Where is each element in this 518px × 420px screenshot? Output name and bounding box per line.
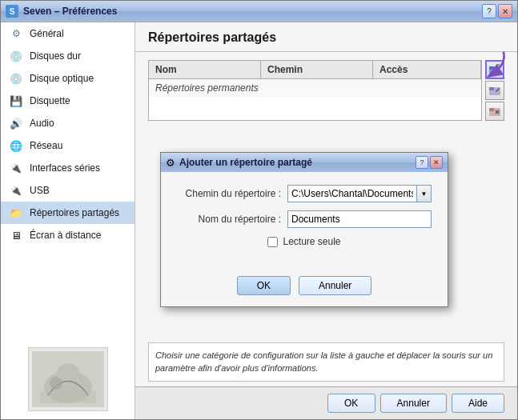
dialog-help-button[interactable]: ? — [416, 156, 428, 169]
dialog-gear-icon: ⚙ — [166, 157, 175, 169]
chemin-label: Chemin du répertoire : — [177, 188, 281, 199]
dialog-title-bar: ⚙ Ajouter un répertoire partagé ? ✕ — [161, 153, 448, 172]
dialog-footer: OK Annuler — [161, 268, 448, 306]
nom-row: Nom du répertoire : — [177, 210, 432, 228]
nom-label: Nom du répertoire : — [177, 214, 281, 225]
lecture-seule-checkbox[interactable] — [267, 237, 278, 247]
add-shared-dir-dialog: ⚙ Ajouter un répertoire partagé ? ✕ Chem… — [160, 152, 448, 307]
dialog-body: Chemin du répertoire : ▼ Nom du répertoi… — [161, 172, 448, 268]
dialog-title-text: Ajouter un répertoire partagé — [179, 157, 312, 168]
dialog-controls: ? ✕ — [416, 156, 443, 169]
chemin-row: Chemin du répertoire : ▼ — [177, 185, 432, 202]
chemin-dropdown-button[interactable]: ▼ — [417, 185, 432, 202]
dialog-overlay: ⚙ Ajouter un répertoire partagé ? ✕ Chem… — [0, 0, 518, 420]
dialog-title-left: ⚙ Ajouter un répertoire partagé — [166, 157, 312, 169]
lecture-seule-label: Lecture seule — [283, 236, 340, 247]
dialog-annuler-button[interactable]: Annuler — [299, 276, 371, 295]
chemin-input[interactable] — [287, 185, 417, 202]
nom-input[interactable] — [287, 210, 432, 228]
chemin-input-wrap: ▼ — [287, 185, 432, 202]
dialog-close-button[interactable]: ✕ — [430, 156, 443, 169]
dialog-ok-button[interactable]: OK — [237, 276, 291, 295]
lecture-seule-row: Lecture seule — [177, 236, 432, 247]
